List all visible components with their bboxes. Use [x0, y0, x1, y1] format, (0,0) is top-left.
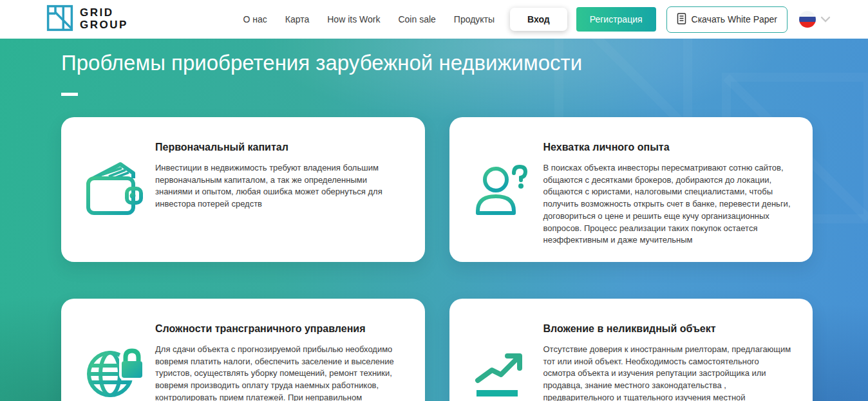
- grid-group-logo-icon: [46, 5, 73, 34]
- card-title: Нехватка личного опыта: [543, 142, 794, 153]
- problems-section: Проблемы приобретения зарубежной недвижи…: [0, 39, 868, 401]
- card-body: Отсутствие доверия к иностранным риелтор…: [543, 344, 794, 401]
- main-nav: О нас Карта How its Work Coin sale Проду…: [243, 14, 495, 24]
- card-initial-capital: Первоначальный капитал Инвестиции в недв…: [61, 117, 425, 262]
- card-illiquid-asset: Вложение в неликвидный объект Отсутствие…: [449, 299, 813, 401]
- logo-text: GRID GROUP: [80, 7, 128, 31]
- card-title: Сложности трансграничного управления: [155, 323, 406, 335]
- download-whitepaper-button[interactable]: Скачать White Paper: [666, 6, 788, 33]
- nav-item-coin-sale[interactable]: Coin sale: [398, 14, 435, 24]
- card-title: Вложение в неликвидный объект: [543, 323, 794, 335]
- title-underline-dash: [61, 93, 78, 96]
- chevron-down-icon: [820, 16, 831, 23]
- card-body: Инвестиции в недвижимость требуют владен…: [155, 162, 406, 210]
- russia-flag-icon: [799, 11, 816, 28]
- card-body: В поисках объекта инвесторы пересматрива…: [543, 162, 794, 247]
- language-selector[interactable]: [799, 11, 831, 28]
- download-whitepaper-label: Скачать White Paper: [692, 14, 777, 24]
- document-icon: [677, 13, 686, 26]
- page-title: Проблемы приобретения зарубежной недвижи…: [61, 39, 813, 75]
- card-title: Первоначальный капитал: [155, 142, 406, 153]
- top-bar: GRID GROUP О нас Карта How its Work Coin…: [0, 0, 868, 39]
- card-lack-of-experience: Нехватка личного опыта В поисках объекта…: [449, 117, 813, 262]
- nav-item-products[interactable]: Продукты: [454, 14, 495, 24]
- nav-item-about[interactable]: О нас: [243, 14, 267, 24]
- register-button[interactable]: Регистрация: [576, 7, 656, 32]
- wallet-icon: [80, 156, 147, 223]
- person-question-icon: [469, 156, 536, 223]
- card-cross-border-management: Сложности трансграничного управления Для…: [61, 299, 425, 401]
- card-body: Для сдачи объекта с прогнозируемой прибы…: [155, 344, 406, 401]
- growth-arrow-icon: [469, 338, 536, 401]
- globe-lock-icon: [80, 338, 147, 401]
- problem-cards-grid: Первоначальный капитал Инвестиции в недв…: [61, 117, 813, 401]
- logo[interactable]: GRID GROUP: [46, 5, 128, 34]
- login-button[interactable]: Вход: [510, 8, 567, 31]
- nav-item-how-it-works[interactable]: How its Work: [327, 14, 380, 24]
- nav-item-map[interactable]: Карта: [285, 14, 309, 24]
